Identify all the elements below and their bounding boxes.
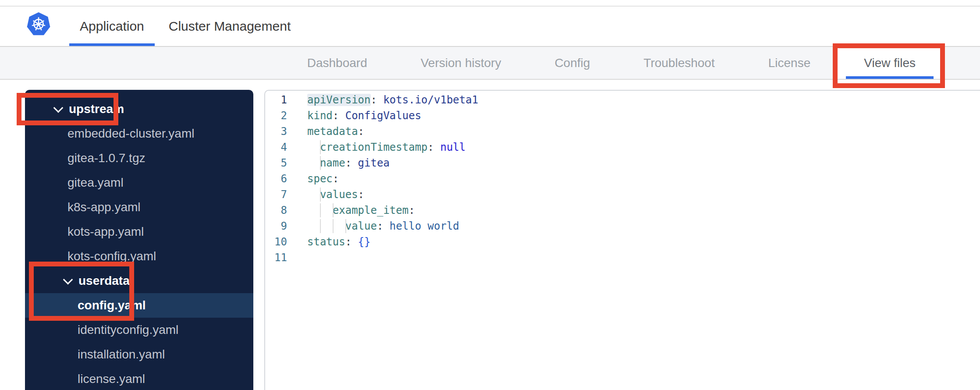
indent-guide bbox=[320, 203, 321, 217]
line-number: 3 bbox=[265, 124, 287, 139]
code-token-plain bbox=[352, 236, 358, 248]
code-token-plain bbox=[307, 188, 320, 201]
folder-label: upstream bbox=[69, 102, 124, 116]
code-token-punct: : bbox=[408, 204, 415, 216]
code-token-punct: : bbox=[333, 110, 339, 122]
code-token-punct: : bbox=[345, 236, 352, 248]
chevron-down-icon bbox=[53, 103, 64, 113]
code-token-plain bbox=[383, 220, 389, 232]
file-label: kots-config.yaml bbox=[67, 249, 156, 263]
code-token-plain bbox=[339, 110, 345, 122]
code-token-string: hello world bbox=[390, 220, 459, 232]
code-line: 5 name: gitea bbox=[265, 155, 980, 171]
tree-item-license-yaml[interactable]: license.yaml bbox=[25, 367, 253, 390]
code-token-key: name bbox=[320, 157, 345, 169]
code-token-value: kots.io/v1beta1 bbox=[383, 94, 478, 106]
line-content: status: {} bbox=[307, 234, 371, 250]
code-token-brace: {} bbox=[358, 236, 371, 248]
line-number: 10 bbox=[265, 234, 287, 250]
kots-admin-console: ApplicationCluster Management DashboardV… bbox=[0, 0, 980, 390]
code-token-const: null bbox=[440, 141, 465, 153]
tree-item-gitea-1-0-7-tgz[interactable]: gitea-1.0.7.tgz bbox=[25, 146, 253, 170]
code-token-punct: : bbox=[377, 220, 383, 232]
code-line: 2kind: ConfigValues bbox=[265, 108, 980, 124]
tree-item-upstream[interactable]: upstream bbox=[25, 97, 253, 121]
app-subnav: DashboardVersion historyConfigTroublesho… bbox=[0, 47, 980, 80]
line-content: spec: bbox=[307, 171, 339, 187]
file-label: embedded-cluster.yaml bbox=[67, 127, 194, 141]
tree-item-embedded-cluster-yaml[interactable]: embedded-cluster.yaml bbox=[25, 121, 253, 146]
line-content: creationTimestamp: null bbox=[307, 139, 465, 155]
subnav-tab-config[interactable]: Config bbox=[528, 47, 617, 79]
code-token-punct: : bbox=[358, 188, 364, 201]
tree-item-k8s-app-yaml[interactable]: k8s-app.yaml bbox=[25, 195, 253, 220]
tab-application[interactable]: Application bbox=[69, 7, 155, 46]
kubernetes-logo-icon bbox=[26, 11, 51, 37]
subnav-tab-view-files[interactable]: View files bbox=[837, 47, 942, 79]
code-token-punct: : bbox=[333, 173, 339, 185]
code-token-punct: : bbox=[358, 125, 364, 138]
line-content: values: bbox=[307, 187, 364, 202]
code-token-key: metadata bbox=[307, 125, 358, 138]
subnav-tab-version-history[interactable]: Version history bbox=[394, 47, 528, 79]
line-number: 11 bbox=[265, 250, 287, 266]
tree-item-userdata[interactable]: userdata bbox=[25, 269, 253, 293]
file-label: gitea.yaml bbox=[67, 176, 124, 190]
folder-label: userdata bbox=[78, 274, 130, 288]
file-label: kots-app.yaml bbox=[67, 225, 144, 239]
indent-guide bbox=[320, 219, 321, 233]
code-token-plain bbox=[434, 141, 440, 153]
line-content: value: hello world bbox=[307, 218, 459, 234]
code-token-plain bbox=[377, 94, 383, 106]
tree-item-identityconfig-yaml[interactable]: identityconfig.yaml bbox=[25, 318, 253, 342]
main-tabs: ApplicationCluster Management bbox=[69, 7, 301, 46]
tree-item-installation-yaml[interactable]: installation.yaml bbox=[25, 342, 253, 367]
code-line: 8 example_item: bbox=[265, 202, 980, 218]
tree-item-kots-config-yaml[interactable]: kots-config.yaml bbox=[25, 244, 253, 269]
code-token-key: values bbox=[320, 188, 358, 201]
line-content: metadata: bbox=[307, 124, 364, 139]
code-token-plain bbox=[307, 157, 320, 169]
line-number: 1 bbox=[265, 92, 287, 108]
line-content: example_item: bbox=[307, 202, 415, 218]
file-content-viewer: 1apiVersion: kots.io/v1beta12kind: Confi… bbox=[264, 90, 980, 390]
line-content: kind: ConfigValues bbox=[307, 108, 421, 124]
code-token-value: ConfigValues bbox=[345, 110, 421, 122]
tree-item-config-yaml[interactable]: config.yaml bbox=[25, 293, 253, 318]
file-label: gitea-1.0.7.tgz bbox=[67, 151, 145, 165]
file-label: k8s-app.yaml bbox=[67, 200, 141, 214]
code-token-punct: : bbox=[428, 141, 434, 153]
code-line: 4 creationTimestamp: null bbox=[265, 139, 980, 155]
subnav-tab-troubleshoot[interactable]: Troubleshoot bbox=[617, 47, 741, 79]
line-content: name: gitea bbox=[307, 155, 390, 171]
tab-cluster-management[interactable]: Cluster Management bbox=[158, 7, 301, 46]
code-token-plain bbox=[307, 141, 320, 153]
code-token-key: example_item bbox=[333, 204, 408, 216]
indent-guide bbox=[333, 219, 334, 233]
subnav-tab-dashboard[interactable]: Dashboard bbox=[281, 47, 394, 79]
chevron-down-icon bbox=[63, 275, 73, 285]
code-line: 1apiVersion: kots.io/v1beta1 bbox=[265, 92, 980, 108]
file-label: identityconfig.yaml bbox=[78, 323, 178, 337]
line-number: 4 bbox=[265, 139, 287, 155]
tree-item-gitea-yaml[interactable]: gitea.yaml bbox=[25, 170, 253, 195]
code-line: 6spec: bbox=[265, 171, 980, 187]
code-line: 7 values: bbox=[265, 187, 980, 202]
indent-guide bbox=[345, 219, 346, 233]
code-token-key: kind bbox=[307, 110, 333, 122]
indent-guide bbox=[320, 156, 321, 170]
code-token-key: creationTimestamp bbox=[320, 141, 428, 153]
file-tree-sidebar: upstreamembedded-cluster.yamlgitea-1.0.7… bbox=[25, 90, 253, 390]
code-token-punct: : bbox=[371, 94, 377, 106]
code-line: 3metadata: bbox=[265, 124, 980, 139]
code-token-value: gitea bbox=[358, 157, 390, 169]
code-lines: 1apiVersion: kots.io/v1beta12kind: Confi… bbox=[265, 92, 980, 266]
subnav-tab-license[interactable]: License bbox=[742, 47, 838, 79]
indent-guide bbox=[320, 188, 321, 202]
code-token-plain bbox=[307, 220, 345, 232]
line-number: 7 bbox=[265, 187, 287, 202]
tree-item-kots-app-yaml[interactable]: kots-app.yaml bbox=[25, 220, 253, 244]
code-line: 11 bbox=[265, 250, 980, 266]
code-token-punct: : bbox=[345, 157, 352, 169]
code-line: 10status: {} bbox=[265, 234, 980, 250]
